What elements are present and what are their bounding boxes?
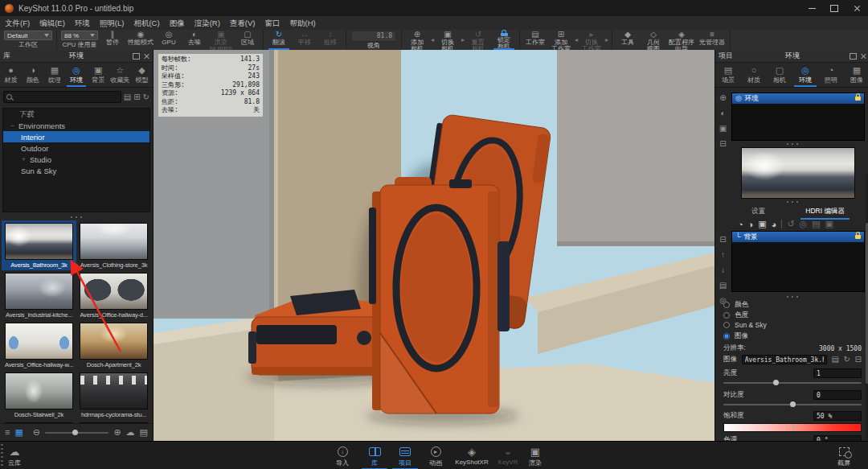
menu-file[interactable]: 文件(F) [0,16,35,30]
radio-chroma[interactable]: 色度 [723,311,748,320]
zoom-in-icon[interactable]: ⊕ [113,428,121,437]
tab-scene[interactable]: ▤ 场景 [715,63,741,87]
thumbnail-aversis-industrial-kitchen[interactable]: Aversis_Industrial-kitche... [2,270,76,320]
zoom-out-icon[interactable]: ⊖ [33,428,40,437]
tab-image[interactable]: ▦ 图像 [844,63,868,87]
minimize-button[interactable] [800,0,823,16]
menu-environment[interactable]: 环境 [70,16,95,30]
tab-models[interactable]: ◆ 模型 [131,63,153,87]
remove-image-icon[interactable]: ⊟ [855,356,862,364]
maximize-button[interactable] [823,0,845,16]
splitter-handle[interactable] [715,294,868,300]
light-manager-button[interactable]: ≡ 光管理器 [697,30,727,50]
reset-camera-button[interactable]: ↺ 重置 相机 [465,30,491,50]
workspace-select[interactable]: Default 工作区 [2,30,54,50]
grid-view-icon[interactable]: ▦ [14,428,23,437]
tree-item-sun-sky[interactable]: Sun & Sky [3,165,149,176]
fov-value[interactable]: 81.8 [351,31,396,42]
animation-button[interactable]: ▸ 动画 [421,445,450,467]
tab-textures[interactable]: ▦ 纹理 [43,63,65,87]
tree-item-downloads[interactable]: 下载 [3,109,149,120]
refresh-icon[interactable]: ↻ [143,93,149,101]
search-box[interactable] [3,91,121,103]
render-button[interactable]: ▣ 渲染 [521,445,550,467]
studio-button[interactable]: ▤ 工作室 [522,30,548,50]
environment-list-item[interactable]: ◎ 环境 [732,93,864,104]
next-studio-arrow[interactable]: ▸ [604,36,609,43]
undock-panel-icon[interactable] [133,53,140,60]
menu-render[interactable]: 渲染(R) [190,16,225,30]
tab-camera[interactable]: ▢ 相机 [767,63,792,87]
folder-icon[interactable]: ▤ [719,282,727,290]
thumbnail-size-slider[interactable] [45,432,108,434]
tree-item-interior[interactable]: Interior [3,131,149,142]
search-input[interactable] [12,93,118,102]
tab-environment[interactable]: ◎ 环境 [792,63,818,87]
close-panel-icon[interactable] [144,53,149,59]
denoise-button[interactable]: ◐ 去噪 [182,30,207,50]
add-environment-icon[interactable]: ⊕ [719,94,726,102]
menu-camera[interactable]: 相机(C) [129,16,164,30]
splitter-handle[interactable] [0,214,153,220]
list-view-icon[interactable]: ≡ [5,428,10,437]
toolbar-drag-handle[interactable] [1,444,3,467]
upload-cloud-icon[interactable]: ☁ [126,428,135,437]
slider-handle[interactable] [790,401,796,407]
geometry-view-button[interactable]: ◇ 几何 视图 [641,30,666,50]
tools-button[interactable]: ◆ 工具 [615,30,641,50]
thumbnail-aversis-bathroom[interactable]: Aversis_Bathroom_3k [2,220,76,270]
performance-mode-button[interactable]: ◉ 性能模式 [125,30,156,50]
undo-icon[interactable]: ↺ [787,219,794,229]
import-button[interactable]: ↓ 导入 [328,445,357,467]
delete-layer-icon[interactable]: ⊟ [719,236,726,244]
gpu-button[interactable]: ◎ GPU [156,30,182,50]
switch-camera-button[interactable]: ▣ 切换 相机 [435,30,461,50]
add-pin-icon[interactable]: ◔ [738,220,743,229]
open-hdri-icon[interactable]: ▣ [825,219,833,229]
thumbnail-dosch-stairwell[interactable]: Dosch-Stairwell_2k [2,370,76,420]
add-folder-icon[interactable]: ▤ [124,93,131,101]
brightness-input[interactable] [813,368,862,378]
brightness-slider[interactable] [723,382,862,384]
undock-panel-icon[interactable] [850,53,857,60]
browse-folder-icon[interactable]: ▤ [831,356,838,364]
tree-item-studio[interactable]: +Studio [3,154,149,165]
hdri-preview-image[interactable] [741,147,855,199]
tab-colors[interactable]: ◑ 颜色 [22,63,43,87]
tab-lighting[interactable]: ◔ 照明 [818,63,844,87]
menu-edit[interactable]: 编辑(E) [35,16,70,30]
render-nurbs-button[interactable]: ▣ 渲染 NURBS [207,30,235,50]
thumbnail-hdrmaps-cyclorama[interactable]: hdrmaps-cyclorama-stu... [76,370,151,420]
image-file-input[interactable] [742,355,827,364]
folder-settings-icon[interactable]: ▤ [140,428,148,437]
radio-sun-sky[interactable]: Sun & Sky [723,321,767,329]
cpu-usage-select[interactable]: 88 % CPU 使用量 [59,30,100,50]
add-camera-button[interactable]: ⊕ 添加 相机 [404,30,430,50]
close-panel-icon[interactable] [861,53,866,59]
bake-icon[interactable]: ◎ [800,219,808,229]
realtime-viewport[interactable]: 每秒帧数:141.3 时间:27s 采样值:243 三角形:291,898 资源… [154,50,714,441]
slider-handle[interactable] [72,430,78,435]
radio-image[interactable]: 图像 [723,331,748,341]
menu-window[interactable]: 窗口 [260,16,285,30]
tab-backplates[interactable]: ▣ 背景 [88,63,109,87]
move-down-icon[interactable]: ↓ [721,266,725,274]
saturation-gradient-bar[interactable] [723,423,862,432]
cloud-library-button[interactable]: ☁ 云库 [8,445,21,467]
pause-button[interactable]: ∥ 暂停 [100,30,125,50]
saturation-input[interactable] [813,411,862,421]
pan-button[interactable]: ↔ 平移 [292,30,317,50]
add-studio-button[interactable]: ⊞ 添加 工作室 [548,30,574,50]
splitter-handle[interactable] [715,141,868,147]
subtab-settings[interactable]: 设置 [747,205,770,218]
thumbnail-aversis-office-hallway-w[interactable]: Aversis_Office-hallway-w... [2,320,76,370]
lock-camera-button[interactable]: 锁定 相机 [491,30,517,50]
tumble-button[interactable]: ↻ 翻滚 [266,30,292,50]
contrast-input[interactable] [813,390,862,400]
tree-item-outdoor[interactable]: Outdoor [3,142,149,154]
menu-view[interactable]: 查看(V) [225,16,260,30]
slider-handle[interactable] [773,380,779,385]
switch-studio-button[interactable]: ▸ 切换 工作室 [579,30,604,50]
tab-material[interactable]: ○ 材质 [741,63,767,87]
add-half-pin-icon[interactable]: ◑ [748,220,754,229]
